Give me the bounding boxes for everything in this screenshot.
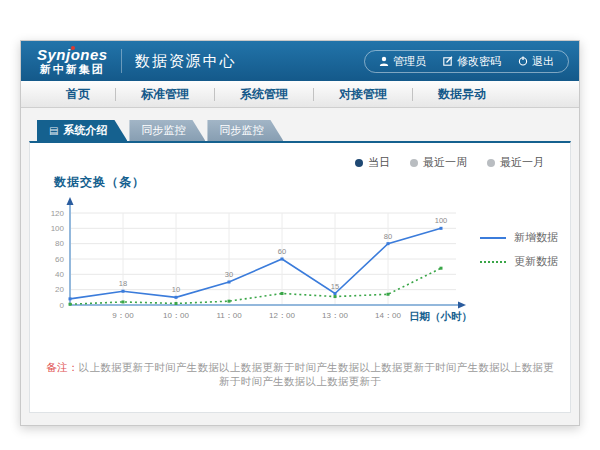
nav-item-data-change[interactable]: 数据异动	[413, 86, 511, 103]
legend-label: 新增数据	[514, 230, 558, 245]
main-nav: 首页 标准管理 系统管理 对接管理 数据异动	[21, 81, 579, 108]
radio-dot-icon	[355, 159, 363, 167]
logout-button[interactable]: 退出	[518, 54, 554, 69]
nav-item-standard-mgmt[interactable]: 标准管理	[116, 86, 214, 103]
svg-text:60: 60	[55, 255, 64, 264]
change-password-label: 修改密码	[457, 54, 501, 69]
radio-dot-icon	[410, 159, 418, 167]
legend-item-updated-data[interactable]: 更新数据	[480, 254, 558, 269]
legend-label: 更新数据	[514, 254, 558, 269]
svg-text:30: 30	[225, 270, 233, 279]
user-button[interactable]: 管理员	[379, 54, 426, 69]
chart-legend: 新增数据 更新数据	[480, 230, 558, 337]
svg-text:80: 80	[55, 239, 64, 248]
svg-text:60: 60	[278, 247, 286, 256]
footnote: 备注：以上数据更新于时间产生数据以上数据更新于时间产生数据以上数据更新于时间产生…	[42, 361, 558, 389]
logo: Synjones 新中新集团	[37, 47, 108, 75]
svg-text:10: 10	[172, 285, 180, 294]
logo-text-cn: 新中新集团	[40, 64, 105, 75]
tab-label: 同步监控	[141, 123, 185, 138]
svg-text:12：00: 12：00	[269, 311, 295, 320]
svg-text:10：00: 10：00	[163, 311, 189, 320]
svg-text:100: 100	[435, 216, 448, 225]
solid-line-icon	[480, 237, 506, 239]
svg-text:11：00: 11：00	[216, 311, 242, 320]
tab-label: 同步监控	[219, 123, 263, 138]
header: Synjones 新中新集团 数据资源中心 管理员 修改密码 退出	[21, 41, 579, 81]
logo-red-dot-icon	[71, 46, 75, 50]
tab-system-intro[interactable]: ▤ 系统介绍	[37, 120, 127, 141]
edit-icon	[443, 56, 453, 66]
svg-text:120: 120	[51, 209, 65, 218]
chart-panel: 当日 最近一周 最近一月 数据交换（条） 0204060801001209：00…	[29, 141, 571, 413]
document-icon: ▤	[49, 126, 58, 136]
footnote-text: 以上数据更新于时间产生数据以上数据更新于时间产生数据以上数据更新于时间产生数据以…	[79, 361, 554, 387]
dotted-line-icon	[480, 261, 506, 263]
nav-item-home[interactable]: 首页	[41, 86, 115, 103]
content-area: ▤ 系统介绍 同步监控 同步监控 当日 最近一周	[21, 108, 579, 425]
chart-region: 数据交换（条） 0204060801001209：0010：0011：0012：…	[42, 172, 558, 337]
svg-text:0: 0	[60, 301, 65, 310]
svg-text:日期（小时）: 日期（小时）	[409, 310, 472, 323]
svg-text:15: 15	[331, 282, 339, 291]
tab-sync-monitor-2[interactable]: 同步监控	[207, 120, 283, 141]
line-chart: 0204060801001209：0010：0011：0012：0013：001…	[42, 193, 474, 333]
footnote-prefix: 备注：	[46, 361, 78, 373]
svg-text:9：00: 9：00	[112, 311, 134, 320]
user-icon	[379, 56, 389, 66]
svg-text:40: 40	[55, 270, 64, 279]
radio-today[interactable]: 当日	[355, 155, 390, 170]
radio-last-month[interactable]: 最近一月	[487, 155, 544, 170]
svg-text:14：00: 14：00	[375, 311, 401, 320]
radio-label: 当日	[368, 155, 390, 170]
tab-sync-monitor-1[interactable]: 同步监控	[129, 120, 205, 141]
tab-label: 系统介绍	[63, 123, 107, 138]
tab-bar: ▤ 系统介绍 同步监控 同步监控	[37, 120, 571, 141]
nav-item-interface-mgmt[interactable]: 对接管理	[314, 86, 412, 103]
logout-label: 退出	[532, 54, 554, 69]
legend-item-new-data[interactable]: 新增数据	[480, 230, 558, 245]
power-icon	[518, 56, 528, 66]
radio-last-week[interactable]: 最近一周	[410, 155, 467, 170]
page-title: 数据资源中心	[135, 52, 237, 71]
y-axis-title: 数据交换（条）	[54, 174, 474, 191]
radio-label: 最近一月	[500, 155, 544, 170]
radio-label: 最近一周	[423, 155, 467, 170]
nav-item-system-mgmt[interactable]: 系统管理	[215, 86, 313, 103]
app-window: Synjones 新中新集团 数据资源中心 管理员 修改密码 退出 首页 标准管…	[20, 40, 580, 426]
radio-dot-icon	[487, 159, 495, 167]
svg-text:13：00: 13：00	[322, 311, 348, 320]
change-password-button[interactable]: 修改密码	[443, 54, 501, 69]
header-divider	[121, 49, 122, 73]
svg-text:100: 100	[51, 224, 65, 233]
time-range-filter: 当日 最近一周 最近一月	[42, 151, 558, 170]
user-label: 管理员	[393, 54, 426, 69]
svg-text:18: 18	[119, 279, 127, 288]
svg-text:80: 80	[384, 232, 392, 241]
header-actions: 管理员 修改密码 退出	[364, 50, 569, 73]
svg-text:20: 20	[55, 285, 64, 294]
